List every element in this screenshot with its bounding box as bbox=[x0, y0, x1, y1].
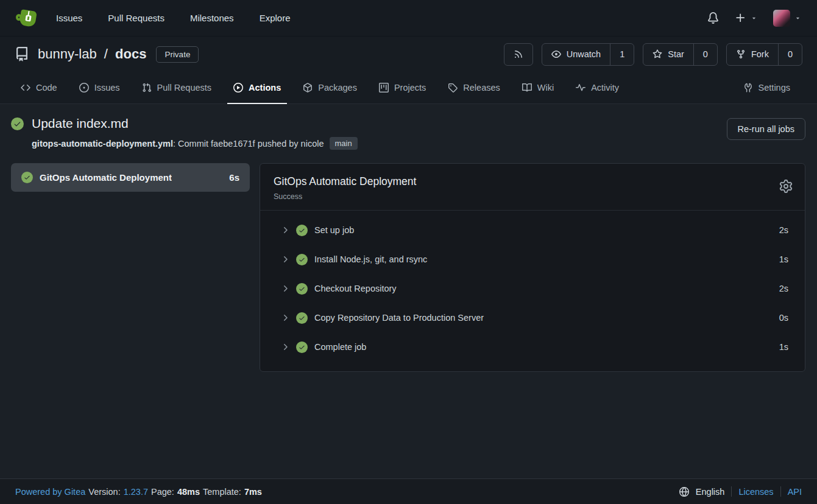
version-link[interactable]: 1.23.7 bbox=[124, 487, 148, 497]
step-name: Install Node.js, git, and rsync bbox=[314, 254, 427, 264]
main-content: Update index.md gitops-automatic-deploym… bbox=[0, 104, 817, 478]
eye-icon bbox=[551, 49, 561, 59]
top-navbar: Issues Pull Requests Milestones Explore bbox=[0, 0, 817, 37]
step-name: Set up job bbox=[314, 225, 354, 235]
fork-button[interactable]: Fork bbox=[727, 44, 778, 65]
tab-pull-requests[interactable]: Pull Requests bbox=[136, 72, 218, 104]
divider bbox=[731, 486, 732, 497]
bell-icon[interactable] bbox=[707, 12, 719, 24]
rss-button[interactable] bbox=[504, 43, 533, 66]
step-duration: 2s bbox=[779, 284, 788, 293]
fork-button-group: Fork 0 bbox=[726, 43, 802, 66]
tab-packages[interactable]: Packages bbox=[297, 72, 363, 104]
breadcrumb-separator: / bbox=[104, 46, 108, 61]
job-list-item[interactable]: GitOps Automatic Deployment 6s bbox=[11, 163, 250, 192]
run-header: Update index.md gitops-automatic-deploym… bbox=[11, 116, 805, 150]
step-row[interactable]: Install Node.js, git, and rsync 1s bbox=[260, 245, 805, 274]
nav-link-explore[interactable]: Explore bbox=[260, 13, 291, 23]
branch-badge[interactable]: main bbox=[330, 137, 358, 150]
book-icon bbox=[522, 83, 532, 93]
step-row[interactable]: Set up job 2s bbox=[260, 215, 805, 245]
plus-icon bbox=[735, 12, 746, 24]
navbar-links: Issues Pull Requests Milestones Explore bbox=[56, 13, 290, 23]
gitea-actions-page: Issues Pull Requests Milestones Explore … bbox=[0, 0, 817, 504]
divider bbox=[780, 486, 781, 497]
create-new-button[interactable] bbox=[735, 12, 757, 24]
step-duration: 2s bbox=[779, 225, 788, 235]
user-menu[interactable] bbox=[773, 10, 801, 27]
commit-info: : Commit faebe1671f pushed by nicole bbox=[173, 139, 324, 149]
job-panel-title: GitOps Automatic Deployment bbox=[274, 175, 791, 188]
gitea-logo-icon[interactable] bbox=[16, 9, 38, 28]
repo-owner-link[interactable]: bunny-lab bbox=[38, 46, 97, 61]
repo-header: bunny-lab / docs Private Unwatch 1 bbox=[0, 37, 817, 104]
caret-down-icon bbox=[751, 15, 757, 21]
success-check-icon bbox=[296, 254, 308, 265]
run-subtitle: gitops-automatic-deployment.yml: Commit … bbox=[32, 137, 727, 150]
star-button-group: Star 0 bbox=[643, 43, 718, 66]
user-avatar bbox=[773, 10, 790, 27]
nav-link-pull-requests[interactable]: Pull Requests bbox=[108, 13, 164, 23]
version-label: Version: bbox=[88, 487, 120, 497]
fork-count[interactable]: 0 bbox=[778, 44, 802, 65]
watch-count[interactable]: 1 bbox=[610, 44, 634, 65]
step-row[interactable]: Copy Repository Data to Production Serve… bbox=[260, 303, 805, 332]
success-check-icon bbox=[21, 172, 33, 183]
footer: Powered by Gitea Version: 1.23.7 Page: 4… bbox=[0, 478, 817, 504]
steps-list: Set up job 2s Install Node.js, git, and … bbox=[260, 211, 805, 371]
api-link[interactable]: API bbox=[788, 487, 802, 497]
star-count[interactable]: 0 bbox=[693, 44, 717, 65]
language-selector[interactable]: English bbox=[696, 487, 725, 497]
tab-releases[interactable]: Releases bbox=[442, 72, 506, 104]
star-label: Star bbox=[668, 49, 684, 59]
chevron-right-icon[interactable] bbox=[280, 225, 290, 235]
job-panel-header: GitOps Automatic Deployment Success bbox=[260, 164, 805, 211]
unwatch-label: Unwatch bbox=[567, 49, 601, 59]
jobs-sidebar: GitOps Automatic Deployment 6s bbox=[11, 163, 250, 192]
repo-icon bbox=[15, 47, 29, 61]
step-duration: 1s bbox=[779, 342, 788, 352]
tools-icon bbox=[743, 83, 753, 93]
code-icon bbox=[21, 83, 30, 93]
tag-icon bbox=[448, 83, 458, 93]
unwatch-button[interactable]: Unwatch bbox=[542, 44, 610, 65]
rss-icon bbox=[514, 49, 523, 59]
star-button[interactable]: Star bbox=[643, 44, 693, 65]
rerun-all-jobs-button[interactable]: Re-run all jobs bbox=[727, 118, 806, 140]
step-name: Complete job bbox=[314, 342, 366, 352]
tab-code[interactable]: Code bbox=[15, 72, 63, 104]
licenses-link[interactable]: Licenses bbox=[738, 487, 773, 497]
run-title: Update index.md bbox=[32, 116, 129, 131]
repo-name-link[interactable]: docs bbox=[115, 46, 146, 61]
tab-actions[interactable]: Actions bbox=[227, 72, 287, 104]
chevron-right-icon[interactable] bbox=[280, 342, 290, 352]
fork-icon bbox=[736, 49, 746, 59]
powered-by-gitea-link[interactable]: Powered by Gitea bbox=[15, 487, 85, 497]
watch-button-group: Unwatch 1 bbox=[542, 43, 635, 66]
package-icon bbox=[303, 83, 313, 93]
nav-link-issues[interactable]: Issues bbox=[56, 13, 82, 23]
repo-breadcrumb: bunny-lab / docs bbox=[38, 46, 146, 62]
nav-link-milestones[interactable]: Milestones bbox=[190, 13, 234, 23]
star-icon bbox=[653, 49, 662, 59]
step-row[interactable]: Checkout Repository 2s bbox=[260, 274, 805, 303]
tab-settings[interactable]: Settings bbox=[737, 72, 796, 104]
pulse-icon bbox=[576, 83, 585, 93]
chevron-right-icon[interactable] bbox=[280, 254, 290, 264]
success-check-icon bbox=[296, 341, 308, 353]
private-badge: Private bbox=[156, 46, 199, 63]
tab-issues[interactable]: Issues bbox=[73, 72, 126, 104]
step-row[interactable]: Complete job 1s bbox=[260, 332, 805, 362]
tab-projects[interactable]: Projects bbox=[373, 72, 432, 104]
tab-activity[interactable]: Activity bbox=[570, 72, 625, 104]
chevron-right-icon[interactable] bbox=[280, 284, 290, 293]
chevron-right-icon[interactable] bbox=[280, 313, 290, 323]
globe-icon bbox=[679, 487, 689, 497]
success-check-icon bbox=[296, 283, 308, 295]
template-label: Template: bbox=[203, 487, 241, 497]
workflow-file-link[interactable]: gitops-automatic-deployment.yml bbox=[32, 139, 173, 149]
success-check-icon bbox=[296, 225, 308, 236]
gear-icon[interactable] bbox=[779, 180, 793, 193]
tab-wiki[interactable]: Wiki bbox=[516, 72, 560, 104]
step-name: Checkout Repository bbox=[314, 284, 397, 293]
